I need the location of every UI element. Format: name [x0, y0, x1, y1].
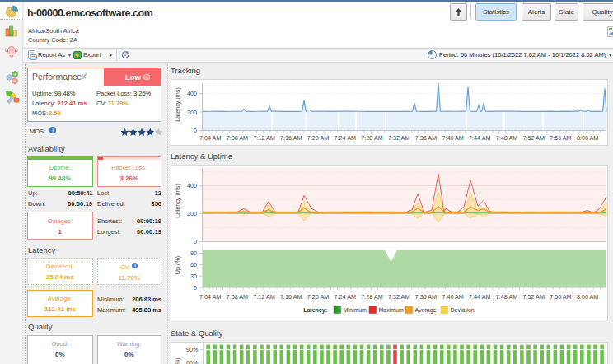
svg-text:7:52 AM: 7:52 AM	[523, 134, 545, 142]
svg-text:Minimum: Minimum	[344, 307, 367, 313]
svg-text:400: 400	[187, 90, 197, 97]
svg-text:Latency:: Latency:	[303, 307, 327, 314]
svg-text:Latency (ms): Latency (ms)	[174, 184, 181, 218]
svg-text:7:04 AM: 7:04 AM	[199, 134, 221, 142]
svg-text:7:40 AM: 7:40 AM	[442, 293, 463, 301]
svg-text:Up (%): Up (%)	[174, 256, 181, 274]
svg-text:0: 0	[194, 284, 197, 292]
svg-text:400: 400	[187, 182, 197, 189]
svg-text:7:08 AM: 7:08 AM	[227, 134, 248, 142]
svg-text:7:52 AM: 7:52 AM	[523, 293, 545, 301]
svg-text:7:36 AM: 7:36 AM	[415, 134, 437, 142]
svg-text:8:00 AM: 8:00 AM	[577, 134, 598, 142]
svg-text:7:36 AM: 7:36 AM	[415, 293, 437, 301]
svg-text:60%: 60%	[186, 359, 199, 364]
svg-text:7:16 AM: 7:16 AM	[280, 293, 302, 301]
svg-text:7:40 AM: 7:40 AM	[442, 134, 463, 142]
svg-text:30: 30	[190, 273, 197, 280]
svg-text:Latency (ms): Latency (ms)	[174, 87, 181, 122]
svg-text:7:12 AM: 7:12 AM	[253, 134, 274, 142]
svg-text:200: 200	[187, 109, 197, 116]
svg-text:7:12 AM: 7:12 AM	[253, 293, 274, 301]
svg-text:90: 90	[190, 250, 197, 257]
svg-text:0: 0	[194, 238, 197, 245]
svg-text:7:48 AM: 7:48 AM	[496, 293, 517, 301]
svg-text:90%: 90%	[186, 346, 199, 353]
svg-text:7:08 AM: 7:08 AM	[227, 293, 248, 301]
svg-text:7:24 AM: 7:24 AM	[335, 134, 356, 142]
svg-text:7:20 AM: 7:20 AM	[307, 293, 329, 301]
svg-text:200: 200	[187, 210, 197, 217]
svg-text:(%): (%)	[174, 357, 181, 364]
svg-text:8:00 AM: 8:00 AM	[577, 293, 598, 301]
svg-text:7:04 AM: 7:04 AM	[199, 293, 221, 301]
svg-text:7:44 AM: 7:44 AM	[469, 293, 490, 301]
svg-text:Maximum: Maximum	[379, 307, 405, 313]
svg-text:7:28 AM: 7:28 AM	[361, 293, 382, 301]
svg-text:7:48 AM: 7:48 AM	[496, 134, 517, 142]
svg-text:7:24 AM: 7:24 AM	[335, 293, 356, 301]
svg-text:7:56 AM: 7:56 AM	[550, 293, 571, 301]
svg-text:Average: Average	[415, 307, 437, 314]
svg-text:7:32 AM: 7:32 AM	[388, 134, 409, 142]
svg-text:60: 60	[190, 261, 197, 268]
svg-text:Deviation: Deviation	[451, 307, 475, 313]
svg-text:0: 0	[194, 127, 197, 134]
svg-text:7:32 AM: 7:32 AM	[388, 293, 409, 301]
svg-text:7:20 AM: 7:20 AM	[307, 134, 329, 142]
svg-text:7:56 AM: 7:56 AM	[550, 134, 571, 142]
svg-text:7:16 AM: 7:16 AM	[280, 134, 302, 142]
svg-text:7:28 AM: 7:28 AM	[361, 134, 382, 142]
svg-text:7:44 AM: 7:44 AM	[469, 134, 490, 142]
